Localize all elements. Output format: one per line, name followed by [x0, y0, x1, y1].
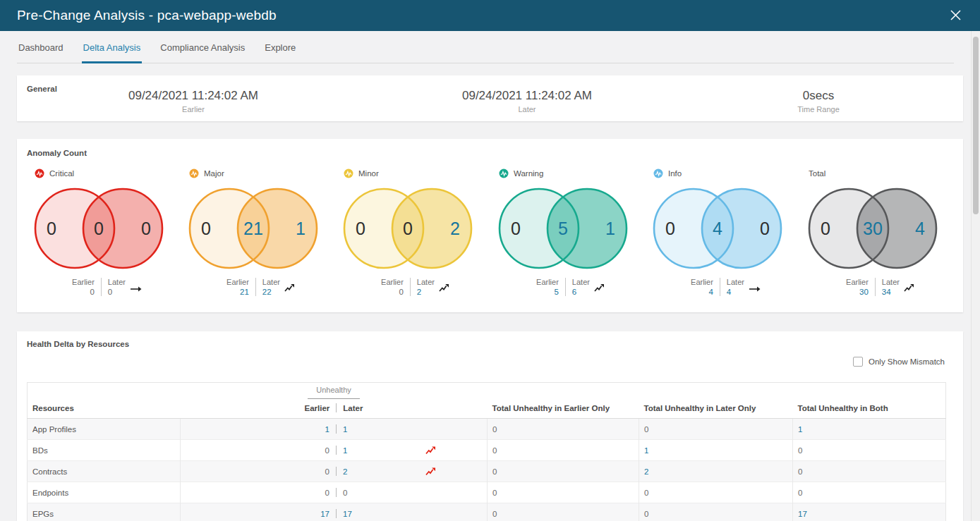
trend-up-icon — [594, 283, 605, 293]
anomaly-major-later-count[interactable]: 22 — [262, 288, 280, 296]
health-delta-title: Health Delta by Resources — [27, 340, 129, 348]
tab-explore[interactable]: Explore — [263, 31, 297, 63]
earlier-timestamp: 09/24/2021 11:24:02 AM Earlier — [128, 89, 258, 114]
venn-info-later-only-count: 0 — [760, 219, 770, 238]
both-count[interactable]: 17 — [793, 503, 946, 521]
anomaly-minor-later-count[interactable]: 2 — [417, 288, 435, 296]
scrollbar-track[interactable] — [971, 31, 980, 521]
venn-total-later-only-count[interactable]: 4 — [915, 219, 925, 238]
anomaly-total-earlier-count[interactable]: 30 — [846, 288, 869, 296]
unhealthy-later-count[interactable]: 17 — [343, 510, 360, 518]
both-count[interactable]: 1 — [793, 419, 946, 440]
anomaly-block-major: Major 0 21 1 Earlier 21 Later 22 — [186, 168, 320, 296]
later-timestamp-label: Later — [462, 105, 592, 114]
time-range-label: Time Range — [797, 105, 840, 114]
cell-divider — [336, 446, 337, 455]
venn-major-later-only-count[interactable]: 1 — [296, 219, 306, 238]
cell-divider — [336, 424, 337, 434]
unhealthy-earlier-count[interactable]: 1 — [313, 425, 329, 434]
tab-compliance-analysis[interactable]: Compliance Analysis — [159, 31, 246, 63]
anomaly-total-later-count[interactable]: 34 — [882, 288, 900, 296]
earlier-only-count: 0 — [488, 503, 639, 521]
venn-warning-both-count[interactable]: 5 — [558, 219, 568, 238]
unhealthy-group-label: Unhealthy — [308, 386, 360, 399]
later-label: Later — [882, 278, 900, 286]
anomaly-warning-later-count[interactable]: 6 — [572, 288, 590, 296]
col-header-earlier: Earlier — [305, 404, 330, 412]
table-row-bds: BDs 0 1 0 1 0 — [28, 440, 946, 461]
later-label: Later — [108, 278, 126, 286]
unhealthy-later-count[interactable]: 2 — [343, 467, 360, 476]
anomaly-count-title: Anomaly Count — [27, 149, 87, 157]
only-show-mismatch-checkbox[interactable] — [853, 357, 863, 367]
resource-name: EPGs — [28, 503, 181, 521]
earlier-label: Earlier — [72, 278, 95, 286]
page-title: Pre-Change Analysis - pca-webapp-webdb — [17, 8, 277, 23]
anomaly-critical-earlier-count: 0 — [72, 288, 95, 296]
venn-critical-both-count: 0 — [94, 219, 104, 238]
col-header-both: Total Unhealthy in Both — [793, 383, 946, 419]
unhealthy-earlier-count: 0 — [313, 489, 329, 497]
earlier-only-count: 0 — [488, 482, 639, 503]
earlier-only-count: 0 — [488, 419, 639, 440]
earlier-label: Earlier — [381, 278, 404, 286]
table-body: App Profiles 1 1 0 0 1 BDs 0 1 0 1 0 C — [28, 419, 946, 521]
unhealthy-cell: 0 0 — [181, 482, 488, 503]
tab-delta-analysis[interactable]: Delta Analysis — [82, 31, 143, 63]
anomaly-minor-label-text: Minor — [358, 169, 379, 178]
resource-name: Contracts — [28, 461, 181, 482]
venn-warning-later-only-count[interactable]: 1 — [605, 219, 615, 238]
resource-name: BDs — [28, 440, 181, 461]
cell-divider — [336, 488, 337, 497]
modal-header: Pre-Change Analysis - pca-webapp-webdb — [0, 0, 980, 31]
anomaly-block-info: Info 0 4 0 Earlier 4 Later 4 — [651, 168, 785, 296]
unhealthy-earlier-count[interactable]: 17 — [313, 510, 329, 518]
unhealthy-later-count[interactable]: 1 — [343, 425, 360, 434]
trend-up-icon — [904, 283, 914, 293]
trend-up-icon — [439, 283, 449, 293]
later-only-count[interactable]: 2 — [639, 461, 793, 482]
anomaly-info-earlier-later: Earlier 4 Later 4 — [651, 278, 785, 296]
earlier-timestamp-label: Earlier — [128, 105, 258, 114]
later-only-count[interactable]: 1 — [639, 440, 793, 461]
unhealthy-earlier-count: 0 — [313, 446, 329, 455]
trend-up-icon — [284, 283, 295, 293]
col-header-later: Later — [343, 404, 363, 412]
venn-major-both-count[interactable]: 21 — [243, 219, 263, 238]
anomaly-warning-earlier-count[interactable]: 5 — [536, 288, 559, 296]
venn-diagram-major: 0 21 1 — [186, 182, 320, 275]
anomaly-major-label-text: Major — [204, 169, 224, 178]
venn-info-earlier-only-count: 0 — [665, 219, 675, 238]
unhealthy-earlier-count: 0 — [313, 467, 329, 476]
time-range: 0secs Time Range — [797, 89, 840, 114]
anomaly-info-earlier-count[interactable]: 4 — [691, 288, 713, 296]
anomaly-major-icon — [189, 168, 199, 178]
unhealthy-cell: 1 1 — [181, 419, 488, 440]
anomaly-info-later-count[interactable]: 4 — [727, 288, 744, 296]
tab-dashboard[interactable]: Dashboard — [17, 31, 65, 63]
venn-total-both-count[interactable]: 30 — [863, 219, 883, 238]
venn-total-earlier-only-count: 0 — [821, 219, 830, 238]
venn-critical-earlier-only-count: 0 — [47, 219, 56, 238]
table-row-app-profiles: App Profiles 1 1 0 0 1 — [28, 419, 946, 440]
anomaly-total-label-text: Total — [809, 169, 825, 178]
only-show-mismatch-label: Only Show Mismatch — [869, 357, 945, 366]
later-timestamp: 09/24/2021 11:24:02 AM Later — [462, 89, 592, 114]
venn-minor-both-count: 0 — [403, 219, 413, 238]
unhealthy-cell: 0 2 — [181, 461, 488, 482]
anomaly-minor-earlier-count: 0 — [381, 288, 404, 296]
both-count: 0 — [793, 461, 946, 482]
only-show-mismatch-control: Only Show Mismatch — [853, 357, 945, 367]
venn-minor-later-only-count[interactable]: 2 — [450, 219, 460, 238]
close-icon[interactable] — [950, 9, 962, 21]
venn-info-both-count[interactable]: 4 — [713, 219, 722, 238]
anomaly-info-label: Info — [653, 168, 785, 179]
earlier-label: Earlier — [846, 278, 869, 286]
table-row-contracts: Contracts 0 2 0 2 0 — [28, 461, 946, 482]
table-row-epgs: EPGs 17 17 0 0 17 — [28, 503, 946, 521]
scrollbar-thumb[interactable] — [973, 37, 979, 214]
anomaly-major-earlier-count[interactable]: 21 — [226, 288, 249, 296]
time-range-value: 0secs — [797, 89, 840, 103]
resource-name: Endpoints — [28, 482, 181, 503]
unhealthy-later-count[interactable]: 1 — [343, 446, 360, 455]
